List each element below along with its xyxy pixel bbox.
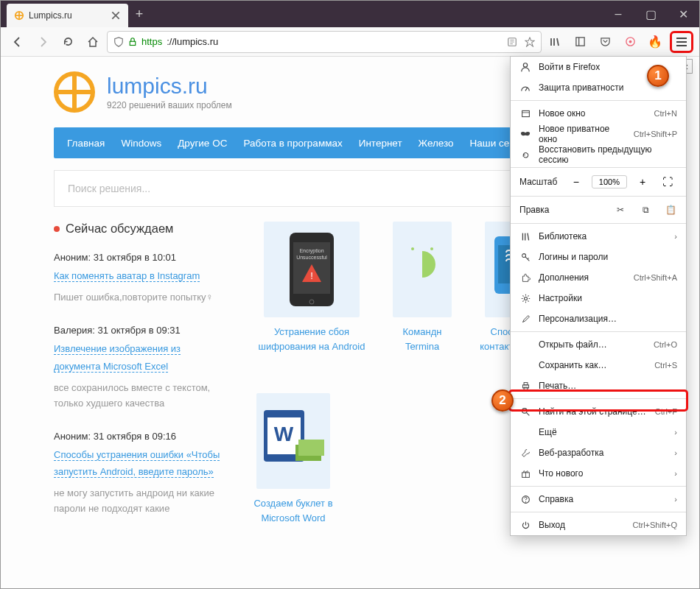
- svg-text:W: W: [274, 423, 294, 445]
- menu-zoom-row: Масштаб − 100% + ⛶: [511, 170, 686, 194]
- menu-save-as[interactable]: Сохранить как…Ctrl+S: [511, 355, 686, 375]
- nav-item[interactable]: Интернет: [359, 138, 402, 149]
- svg-point-38: [523, 63, 527, 67]
- card-thumbnail-icon: W: [256, 393, 330, 489]
- article-card[interactable]: EncryptionUnsuccessful! Устранение сбоя …: [249, 222, 374, 378]
- zoom-label: Масштаб: [519, 177, 557, 187]
- window-minimize-button[interactable]: –: [602, 1, 634, 27]
- window-close-button[interactable]: ✕: [667, 1, 699, 27]
- bookmark-icon[interactable]: [525, 37, 535, 47]
- nav-item[interactable]: Другие ОС: [178, 138, 227, 149]
- svg-line-47: [527, 258, 528, 259]
- menu-customize[interactable]: Персонализация…: [511, 308, 686, 329]
- shield-icon: [113, 37, 124, 47]
- menu-exit[interactable]: ВыходCtrl+Shift+Q: [511, 515, 686, 535]
- article-card[interactable]: Командн Termina: [385, 222, 459, 378]
- forward-button[interactable]: [32, 31, 54, 53]
- menu-webdev[interactable]: Веб-разработка›: [511, 442, 686, 463]
- menu-addons[interactable]: ДополненияCtrl+Shift+A: [511, 267, 686, 288]
- menu-restore-session[interactable]: Восстановить предыдущую сессию: [511, 144, 686, 165]
- zoom-in-button[interactable]: +: [633, 174, 652, 190]
- titlebar: Lumpics.ru + – ▢ ✕: [1, 1, 699, 27]
- nav-item[interactable]: Главная: [67, 138, 105, 149]
- card-title: Создаем буклет в Microsoft Word: [249, 496, 337, 525]
- mask-icon: [519, 128, 531, 140]
- svg-rect-11: [575, 38, 584, 46]
- menu-open-file[interactable]: Открыть файл…Ctrl+O: [511, 334, 686, 355]
- brush-icon: [519, 313, 531, 325]
- new-tab-button[interactable]: +: [128, 3, 150, 25]
- reload-button[interactable]: [57, 31, 79, 53]
- discussion-meta: Аноним: 31 октября в 09:16: [54, 431, 227, 442]
- zoom-out-button[interactable]: −: [567, 174, 586, 190]
- search-icon: [519, 406, 531, 417]
- url-scheme: https: [141, 36, 162, 47]
- tab-title: Lumpics.ru: [29, 10, 72, 21]
- discussion-heading: Сейчас обсуждаем: [54, 222, 227, 236]
- card-title: Командн Termina: [385, 325, 459, 353]
- menu-new-window[interactable]: Новое окноCtrl+N: [511, 103, 686, 124]
- sidebar-icon[interactable]: [570, 31, 590, 53]
- cut-icon[interactable]: ✂: [614, 205, 627, 215]
- menu-new-private[interactable]: Новое приватное окноCtrl+Shift+P: [511, 124, 686, 144]
- menu-find[interactable]: Найти на этой странице…Ctrl+F: [511, 401, 686, 422]
- svg-point-52: [522, 408, 527, 413]
- menu-library[interactable]: Библиотека›: [511, 226, 686, 247]
- site-logo-icon: [54, 71, 95, 113]
- gift-icon: [519, 468, 531, 479]
- menu-logins[interactable]: Логины и пароли: [511, 247, 686, 267]
- library-icon[interactable]: [545, 31, 565, 53]
- back-button[interactable]: [7, 31, 29, 53]
- discussion-link[interactable]: Способы устранения ошибки «Чтобы запусти…: [54, 449, 220, 478]
- annotation-badge-2: 2: [491, 389, 514, 412]
- card-title: Устранение сбоя шифрования на Android: [249, 325, 374, 353]
- svg-rect-40: [522, 110, 529, 116]
- svg-text:!: !: [310, 270, 313, 281]
- url-rest: ://lumpics.ru: [167, 36, 218, 47]
- svg-line-44: [527, 233, 528, 240]
- svg-rect-3: [130, 41, 136, 45]
- nav-item[interactable]: Работа в программах: [243, 138, 342, 149]
- home-button[interactable]: [82, 31, 104, 53]
- menu-print[interactable]: Печать…: [511, 375, 686, 396]
- card-thumbnail-icon: EncryptionUnsuccessful!: [264, 222, 360, 317]
- person-icon: [519, 61, 531, 73]
- discussion-body: не могу запустить андроид ни какие парол…: [54, 486, 227, 517]
- paste-icon[interactable]: 📋: [664, 205, 677, 215]
- svg-line-46: [525, 256, 529, 261]
- tab-favicon-icon: [14, 10, 24, 21]
- extension-icon[interactable]: [620, 31, 640, 53]
- svg-point-14: [629, 40, 631, 43]
- svg-text:Encryption: Encryption: [299, 248, 323, 254]
- article-card[interactable]: W Создаем буклет в Microsoft Word: [249, 393, 337, 536]
- nav-item[interactable]: Железо: [419, 138, 454, 149]
- nav-item[interactable]: Windows: [121, 138, 161, 149]
- menu-more[interactable]: Ещё›: [511, 422, 686, 442]
- discussion-meta: Аноним: 31 октября в 10:01: [54, 252, 227, 263]
- svg-rect-50: [524, 382, 528, 384]
- tab-close-icon[interactable]: [111, 10, 121, 21]
- menu-whatsnew[interactable]: Что нового›: [511, 463, 686, 484]
- annotation-badge-1: 1: [647, 65, 669, 87]
- svg-text:Unsuccessful: Unsuccessful: [296, 255, 327, 260]
- toolbar: https://lumpics.ru 🔥: [1, 27, 699, 57]
- fullscreen-button[interactable]: ⛶: [658, 174, 677, 190]
- discussion-link[interactable]: Как поменять аватар в Instagram: [54, 270, 200, 282]
- fire-icon[interactable]: 🔥: [645, 31, 665, 53]
- reader-icon[interactable]: [507, 37, 517, 47]
- hamburger-menu-button[interactable]: [670, 31, 693, 53]
- url-bar[interactable]: https://lumpics.ru: [107, 31, 542, 53]
- browser-tab[interactable]: Lumpics.ru: [7, 4, 128, 27]
- restore-icon: [519, 149, 531, 161]
- svg-point-24: [411, 247, 414, 250]
- svg-point-48: [524, 297, 527, 300]
- pocket-icon[interactable]: [595, 31, 615, 53]
- discussion-link[interactable]: Извлечение изображения из документа Micr…: [54, 343, 181, 372]
- site-title: lumpics.ru: [107, 74, 232, 99]
- edit-label: Правка: [519, 205, 550, 215]
- menu-help[interactable]: Справка›: [511, 489, 686, 509]
- menu-settings[interactable]: Настройки: [511, 288, 686, 308]
- window-maximize-button[interactable]: ▢: [634, 1, 667, 27]
- copy-icon[interactable]: ⧉: [639, 205, 652, 215]
- window-icon: [519, 107, 531, 119]
